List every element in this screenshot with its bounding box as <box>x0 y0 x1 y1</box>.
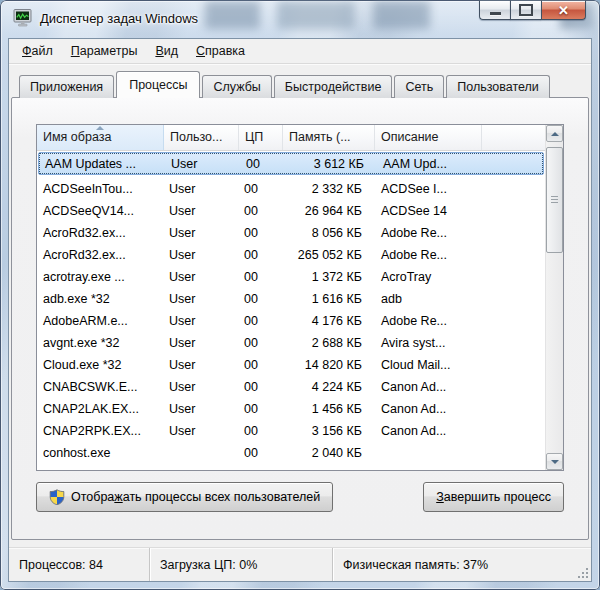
end-process-label: Завершить процесс <box>436 490 551 504</box>
end-process-button[interactable]: Завершить процесс <box>423 482 564 512</box>
scroll-up-button[interactable] <box>546 125 563 142</box>
blurred-background <box>205 1 470 29</box>
resize-grip-icon[interactable] <box>576 566 588 578</box>
process-list-main: Имя образа Пользо... ЦП Память (... Опис… <box>37 125 545 470</box>
minimize-icon <box>490 12 501 15</box>
process-row[interactable]: CNABCSWK.E... User 00 4 224 КБ Canon Ad.… <box>37 376 545 398</box>
process-row[interactable]: AcroRd32.ex... User 00 8 056 КБ Adobe Re… <box>37 222 545 244</box>
tab-applications[interactable]: Приложения <box>19 75 114 98</box>
process-row[interactable]: adb.exe *32 User 00 1 616 КБ adb <box>37 288 545 310</box>
menu-file[interactable]: Файл <box>13 40 62 62</box>
process-row[interactable]: CNAP2RPK.EX... User 00 3 156 КБ Canon Ad… <box>37 420 545 442</box>
show-all-users-button[interactable]: Отображать процессы всех пользователей <box>36 482 333 512</box>
process-row[interactable]: avgnt.exe *32 User 00 2 688 КБ Avira sys… <box>37 332 545 354</box>
process-rows: AAM Updates ... User 00 3 612 КБ AAM Upd… <box>37 151 545 470</box>
menu-view[interactable]: Вид <box>146 40 187 62</box>
task-manager-window: Диспетчер задач Windows ✕ Файл Параметры… <box>0 0 600 590</box>
status-bar: Процессов: 84 Загрузка ЦП: 0% Физическая… <box>9 547 591 581</box>
maximize-icon <box>519 4 533 16</box>
status-processes: Процессов: 84 <box>9 548 150 581</box>
scroll-down-button[interactable] <box>546 453 563 470</box>
process-row[interactable]: Cloud.exe *32 User 00 14 820 КБ Cloud Ma… <box>37 354 545 376</box>
column-header-cpu[interactable]: ЦП <box>239 125 283 150</box>
tab-strip: Приложения Процессы Службы Быстродействи… <box>9 64 591 98</box>
minimize-button[interactable] <box>479 0 510 20</box>
uac-shield-icon <box>49 489 65 505</box>
tab-performance[interactable]: Быстродействие <box>274 75 393 98</box>
scrollbar-thumb[interactable] <box>546 147 563 253</box>
process-row[interactable]: CS5.5Service... User 00 2 868 КБ Adobe C… <box>37 464 545 470</box>
arrow-up-icon <box>551 132 559 136</box>
titlebar[interactable]: Диспетчер задач Windows ✕ <box>0 0 600 38</box>
column-header-image-name[interactable]: Имя образа <box>37 125 164 150</box>
process-row[interactable]: CNAP2LAK.EX... User 00 1 456 КБ Canon Ad… <box>37 398 545 420</box>
tab-users[interactable]: Пользователи <box>446 75 550 98</box>
process-row[interactable]: AdobeARM.e... User 00 4 176 КБ Adobe Re.… <box>37 310 545 332</box>
process-row[interactable]: AcroRd32.ex... User 00 265 052 КБ Adobe … <box>37 244 545 266</box>
column-header-user[interactable]: Пользо... <box>164 125 239 150</box>
menu-help[interactable]: Справка <box>187 40 254 62</box>
close-button[interactable]: ✕ <box>541 0 586 20</box>
list-header: Имя образа Пользо... ЦП Память (... Опис… <box>37 125 545 151</box>
processes-tab-panel: Имя образа Пользо... ЦП Память (... Опис… <box>11 97 589 540</box>
maximize-button[interactable] <box>510 0 541 20</box>
menu-options[interactable]: Параметры <box>62 40 147 62</box>
column-header-filler <box>482 125 545 150</box>
show-all-users-label: Отображать процессы всех пользователей <box>71 490 320 504</box>
process-row[interactable]: ACDSeeQV14... User 00 26 964 КБ ACDSee 1… <box>37 200 545 222</box>
scrollbar-track[interactable] <box>546 142 563 453</box>
tab-services[interactable]: Службы <box>202 75 271 98</box>
process-row[interactable]: conhost.exe 00 2 040 КБ <box>37 442 545 464</box>
menu-bar: Файл Параметры Вид Справка <box>9 39 591 64</box>
process-row[interactable]: AAM Updates ... User 00 3 612 КБ AAM Upd… <box>38 152 544 175</box>
sort-ascending-icon <box>96 126 104 130</box>
process-row[interactable]: ACDSeeInTou... User 00 2 332 КБ ACDSee I… <box>37 178 545 200</box>
tab-processes[interactable]: Процессы <box>116 71 200 98</box>
client-area: Файл Параметры Вид Справка Приложения Пр… <box>8 38 592 582</box>
vertical-scrollbar[interactable] <box>545 125 563 470</box>
close-icon: ✕ <box>558 4 569 17</box>
column-header-description[interactable]: Описание <box>375 125 482 150</box>
arrow-down-icon <box>551 460 559 464</box>
status-cpu-usage: Загрузка ЦП: 0% <box>150 548 333 581</box>
status-physical-memory: Физическая память: 37% <box>333 548 591 581</box>
task-manager-icon <box>13 9 33 27</box>
column-header-memory[interactable]: Память (... <box>283 125 375 150</box>
window-title: Диспетчер задач Windows <box>40 11 198 26</box>
tab-networking[interactable]: Сеть <box>394 75 444 98</box>
window-controls: ✕ <box>479 0 586 20</box>
process-row[interactable]: acrotray.exe ... User 00 1 372 КБ AcroTr… <box>37 266 545 288</box>
process-list: Имя образа Пользо... ЦП Память (... Опис… <box>36 124 564 471</box>
button-row: Отображать процессы всех пользователей З… <box>36 471 564 539</box>
